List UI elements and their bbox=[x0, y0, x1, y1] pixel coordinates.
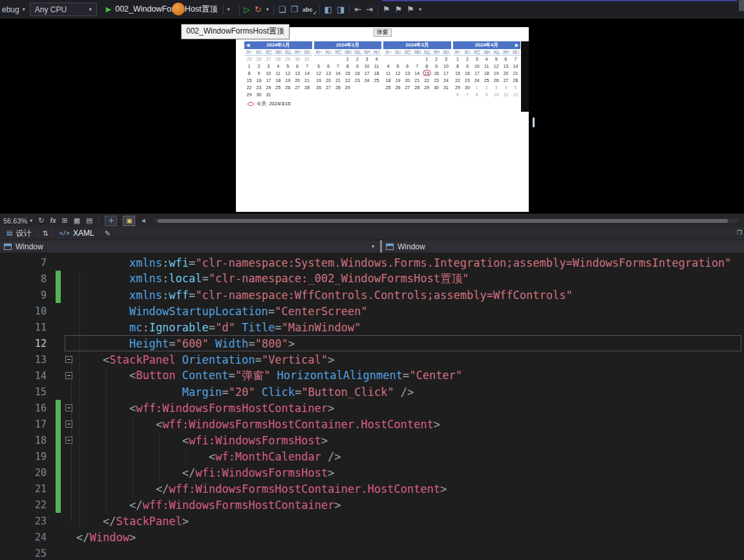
fold-margin bbox=[61, 351, 76, 368]
designer-horizontal-scrollbar[interactable] bbox=[154, 219, 738, 223]
line-number[interactable]: 12 bbox=[0, 338, 47, 349]
debug-config-combo[interactable]: ebug ▾ bbox=[2, 5, 25, 14]
code-line[interactable]: 12Height="600" Width="800"> bbox=[0, 335, 744, 351]
designer-canvas[interactable]: 弹窗 2024年1月◀周一周二周三周四周五周六周日252627282930311… bbox=[0, 19, 744, 214]
ruler-icon[interactable]: ▤ bbox=[86, 217, 92, 224]
chevron-down-icon[interactable]: ▾ bbox=[228, 7, 230, 12]
line-number[interactable]: 22 bbox=[0, 499, 47, 511]
indent-increase-icon[interactable]: ⇥ bbox=[366, 5, 373, 14]
hot-reload-icon[interactable]: ↻ bbox=[255, 5, 262, 14]
line-number[interactable]: 19 bbox=[0, 451, 47, 462]
code-line[interactable]: 20</wfi:WindowsFormsHost> bbox=[0, 464, 744, 481]
breadcrumb-right[interactable]: Window bbox=[382, 240, 744, 253]
line-number[interactable]: 23 bbox=[0, 515, 47, 527]
code-line[interactable]: 24</Window> bbox=[0, 529, 744, 545]
wpf-window-preview[interactable]: 弹窗 2024年1月◀周一周二周三周四周五周六周日252627282930311… bbox=[236, 27, 529, 212]
bookmark-next-icon[interactable]: ⚑ bbox=[407, 5, 414, 14]
line-number[interactable]: 7 bbox=[0, 257, 47, 269]
calendar-month-title: 2024年2月 bbox=[314, 41, 382, 49]
code-line[interactable]: 7xmlns:wfi="clr-namespace:System.Windows… bbox=[0, 254, 744, 271]
line-number[interactable]: 18 bbox=[0, 435, 47, 446]
calendar-week-row bbox=[314, 91, 382, 98]
code-line[interactable]: 8xmlns:local="clr-namespace:_002_WindowF… bbox=[0, 271, 744, 287]
line-number[interactable]: 9 bbox=[0, 289, 47, 301]
fold-collapse-icon[interactable] bbox=[65, 372, 72, 379]
code-line[interactable]: 15Margin="20" Click="Button_Click" /> bbox=[0, 384, 744, 400]
code-line[interactable]: 16<wff:WindowsFormsHostContainer> bbox=[0, 400, 744, 416]
code-line[interactable]: 11mc:Ignorable="d" Title="MainWindow" bbox=[0, 319, 744, 335]
tab-design[interactable]: ▤ 设计 bbox=[0, 227, 37, 240]
show-grid-icon[interactable]: ⊞ bbox=[61, 217, 67, 224]
line-number[interactable]: 15 bbox=[0, 386, 47, 398]
line-number[interactable]: 14 bbox=[0, 370, 47, 382]
indent-decrease-icon[interactable]: ⇤ bbox=[354, 5, 361, 14]
fold-collapse-icon[interactable] bbox=[65, 437, 72, 444]
code-line[interactable]: 19<wf:MonthCalendar /> bbox=[0, 448, 744, 464]
calendar-next-icon[interactable]: ▶ bbox=[515, 41, 518, 49]
code-line[interactable]: 17<wff:WindowsFormsHostContainer.HostCon… bbox=[0, 416, 744, 432]
line-number[interactable]: 24 bbox=[0, 532, 47, 543]
code-line[interactable]: 21</wff:WindowsFormsHostContainer.HostCo… bbox=[0, 481, 744, 497]
code-line[interactable]: 9xmlns:wff="clr-namespace:WffControls.Co… bbox=[0, 287, 744, 303]
run-button[interactable]: ▶ 002_WindowFormsHost置顶 ▾ bbox=[101, 2, 235, 17]
code-token: local bbox=[169, 272, 202, 285]
chevron-down-icon: ▾ bbox=[23, 7, 25, 12]
scroll-left-icon[interactable]: ◀ bbox=[141, 218, 145, 223]
popup-button-preview[interactable]: 弹窗 bbox=[374, 28, 392, 37]
calendar-day: 30 bbox=[462, 84, 472, 91]
line-number[interactable]: 8 bbox=[0, 273, 47, 285]
snap-to-snaplines-icon[interactable]: ▣ bbox=[123, 216, 135, 226]
snap-grid-icon[interactable]: ▦ bbox=[74, 217, 80, 224]
calendar-prev-icon[interactable]: ◀ bbox=[246, 41, 250, 49]
line-number[interactable]: 10 bbox=[0, 306, 47, 317]
line-number[interactable]: 13 bbox=[0, 354, 47, 366]
calendar-day: 18 bbox=[372, 70, 381, 77]
code-line[interactable]: 10WindowStartupLocation="CenterScreen" bbox=[0, 303, 744, 319]
block-comment-icon[interactable]: ◨ bbox=[337, 5, 345, 14]
breadcrumb-left[interactable]: Window ▾ bbox=[0, 240, 380, 253]
bookmark-previous-icon[interactable]: ⚑ bbox=[395, 5, 403, 14]
effects-toggle-icon[interactable]: fx bbox=[50, 217, 56, 224]
chevron-down-icon[interactable]: ▾ bbox=[372, 244, 374, 249]
code-line[interactable]: 13<StackPanel Orientation="Vertical"> bbox=[0, 351, 744, 368]
zoom-combo[interactable]: 56.63% ▾ bbox=[3, 217, 32, 225]
platform-combo[interactable]: Any CPU ▾ bbox=[30, 3, 97, 16]
fold-collapse-icon[interactable] bbox=[65, 356, 72, 363]
line-number[interactable]: 16 bbox=[0, 402, 47, 414]
change-indicator bbox=[56, 368, 61, 384]
save-file-icon[interactable]: ❐ bbox=[290, 5, 298, 14]
line-number[interactable]: 17 bbox=[0, 419, 47, 430]
xaml-editor[interactable]: 7xmlns:wfi="clr-namespace:System.Windows… bbox=[0, 253, 744, 560]
refresh-icon[interactable]: ↻ bbox=[38, 217, 44, 224]
line-number[interactable]: 21 bbox=[0, 483, 47, 495]
tab-xaml[interactable]: </> XAML bbox=[53, 227, 101, 240]
line-number[interactable]: 20 bbox=[0, 467, 47, 479]
code-token: mc bbox=[129, 321, 142, 334]
quick-info-icon[interactable]: ◧ bbox=[324, 5, 332, 14]
month-calendar-preview[interactable]: 2024年1月◀周一周二周三周四周五周六周日252627282930311234… bbox=[244, 41, 520, 107]
code-line[interactable]: 23</StackPanel> bbox=[0, 513, 744, 529]
line-number[interactable]: 11 bbox=[0, 322, 47, 333]
calendar-day: 27 bbox=[264, 56, 273, 63]
chevron-down-icon[interactable]: ▾ bbox=[266, 7, 269, 12]
code-line[interactable]: 22</wff:WindowsFormsHostContainer> bbox=[0, 497, 744, 513]
scrollbar-thumb[interactable] bbox=[158, 219, 728, 223]
code-line[interactable]: 14<Button Content="弹窗" HorizontalAlignme… bbox=[0, 368, 744, 384]
swap-panes-icon[interactable]: ⇅ bbox=[38, 229, 52, 238]
snaplines-toggle-icon[interactable]: ✛ bbox=[105, 216, 117, 226]
fold-collapse-icon[interactable] bbox=[65, 420, 72, 428]
start-without-debugging-icon[interactable]: ▷ bbox=[244, 6, 250, 14]
spell-check-icon[interactable]: abc ✓ bbox=[303, 6, 315, 13]
fold-collapse-icon[interactable] bbox=[65, 404, 72, 411]
new-file-icon[interactable]: ❏ bbox=[279, 5, 286, 14]
bookmark-toggle-icon[interactable]: ⚑ bbox=[383, 5, 390, 14]
code-line[interactable]: 25 bbox=[0, 545, 744, 560]
code-line[interactable]: 18<wfi:WindowsFormsHost> bbox=[0, 432, 744, 448]
chevron-down-icon[interactable]: ▾ bbox=[419, 7, 421, 12]
fold-margin bbox=[61, 335, 76, 351]
line-number[interactable]: 25 bbox=[0, 548, 47, 559]
edit-pencil-icon[interactable]: ✎ bbox=[101, 229, 114, 238]
pane-toggle-icon[interactable]: ❐ bbox=[737, 229, 742, 236]
calendar-week-row: 293012345 bbox=[453, 84, 521, 91]
calendar-day: 29 bbox=[283, 56, 293, 63]
